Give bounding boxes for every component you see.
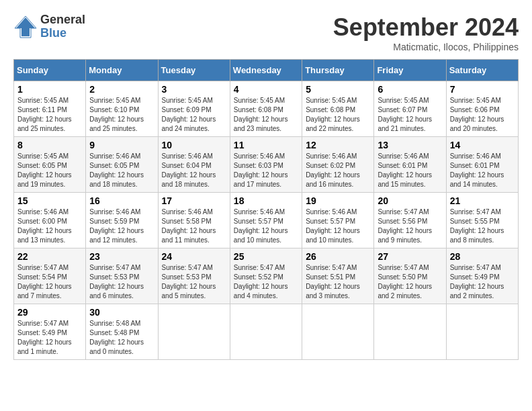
calendar-cell [374,304,446,360]
month-title: September 2024 [333,13,519,42]
calendar-cell: 30Sunrise: 5:48 AM Sunset: 5:48 PM Dayli… [86,304,158,360]
day-info: Sunrise: 5:47 AM Sunset: 5:49 PM Dayligh… [17,319,82,357]
header-thursday: Thursday [302,60,374,81]
day-number: 1 [17,84,82,95]
day-info: Sunrise: 5:47 AM Sunset: 5:50 PM Dayligh… [378,263,442,301]
calendar-cell: 25Sunrise: 5:47 AM Sunset: 5:52 PM Dayli… [230,248,302,304]
day-info: Sunrise: 5:45 AM Sunset: 6:08 PM Dayligh… [306,96,370,134]
day-number: 16 [89,195,154,206]
calendar-cell: 28Sunrise: 5:47 AM Sunset: 5:49 PM Dayli… [446,248,518,304]
day-info: Sunrise: 5:47 AM Sunset: 5:49 PM Dayligh… [450,263,515,301]
day-number: 28 [450,251,515,262]
calendar-header: SundayMondayTuesdayWednesdayThursdayFrid… [14,60,519,81]
calendar-cell: 7Sunrise: 5:45 AM Sunset: 6:06 PM Daylig… [446,81,518,137]
day-info: Sunrise: 5:47 AM Sunset: 5:54 PM Dayligh… [17,263,82,301]
day-info: Sunrise: 5:45 AM Sunset: 6:05 PM Dayligh… [17,152,82,189]
svg-marker-0 [16,17,35,36]
day-info: Sunrise: 5:45 AM Sunset: 6:06 PM Dayligh… [450,96,515,134]
day-info: Sunrise: 5:47 AM Sunset: 5:55 PM Dayligh… [450,208,515,245]
day-number: 21 [450,195,515,206]
day-info: Sunrise: 5:46 AM Sunset: 5:57 PM Dayligh… [234,208,298,245]
day-number: 26 [306,251,370,262]
day-number: 4 [234,84,298,95]
calendar-cell: 14Sunrise: 5:46 AM Sunset: 6:01 PM Dayli… [446,137,518,193]
day-info: Sunrise: 5:46 AM Sunset: 5:58 PM Dayligh… [162,208,226,245]
logo: GeneralBlue [13,13,85,40]
calendar-cell: 10Sunrise: 5:46 AM Sunset: 6:04 PM Dayli… [158,137,230,193]
day-number: 12 [306,140,370,150]
day-info: Sunrise: 5:46 AM Sunset: 6:03 PM Dayligh… [234,152,298,189]
calendar-week-1: 1Sunrise: 5:45 AM Sunset: 6:11 PM Daylig… [14,81,519,137]
calendar-cell [230,304,302,360]
day-number: 29 [17,307,82,318]
calendar-cell: 20Sunrise: 5:47 AM Sunset: 5:56 PM Dayli… [374,193,446,248]
calendar-cell: 27Sunrise: 5:47 AM Sunset: 5:50 PM Dayli… [374,248,446,304]
header-wednesday: Wednesday [230,60,302,81]
day-number: 15 [17,195,82,206]
calendar-table: SundayMondayTuesdayWednesdayThursdayFrid… [13,59,519,360]
header-monday: Monday [86,60,158,81]
calendar-cell: 19Sunrise: 5:46 AM Sunset: 5:57 PM Dayli… [302,193,374,248]
calendar-cell: 21Sunrise: 5:47 AM Sunset: 5:55 PM Dayli… [446,193,518,248]
day-number: 9 [89,140,154,150]
calendar-cell [446,304,518,360]
calendar-cell: 1Sunrise: 5:45 AM Sunset: 6:11 PM Daylig… [14,81,86,137]
calendar-week-3: 15Sunrise: 5:46 AM Sunset: 6:00 PM Dayli… [14,193,519,248]
day-info: Sunrise: 5:48 AM Sunset: 5:48 PM Dayligh… [89,319,154,357]
day-info: Sunrise: 5:46 AM Sunset: 6:01 PM Dayligh… [378,152,442,189]
day-number: 25 [234,251,298,262]
header-saturday: Saturday [446,60,518,81]
calendar-cell: 12Sunrise: 5:46 AM Sunset: 6:02 PM Dayli… [302,137,374,193]
location: Maticmatic, Ilocos, Philippines [333,42,519,52]
calendar-cell: 23Sunrise: 5:47 AM Sunset: 5:53 PM Dayli… [86,248,158,304]
day-info: Sunrise: 5:47 AM Sunset: 5:56 PM Dayligh… [378,208,442,245]
day-number: 13 [378,140,442,150]
calendar-week-4: 22Sunrise: 5:47 AM Sunset: 5:54 PM Dayli… [14,248,519,304]
day-number: 3 [162,84,226,95]
calendar-cell: 13Sunrise: 5:46 AM Sunset: 6:01 PM Dayli… [374,137,446,193]
day-number: 10 [162,140,226,150]
calendar-week-2: 8Sunrise: 5:45 AM Sunset: 6:05 PM Daylig… [14,137,519,193]
day-number: 18 [234,195,298,206]
logo-icon [13,15,38,39]
day-info: Sunrise: 5:45 AM Sunset: 6:10 PM Dayligh… [89,96,154,134]
day-info: Sunrise: 5:47 AM Sunset: 5:53 PM Dayligh… [162,263,226,301]
day-number: 14 [450,140,515,150]
day-info: Sunrise: 5:45 AM Sunset: 6:07 PM Dayligh… [378,96,442,134]
day-number: 19 [306,195,370,206]
day-info: Sunrise: 5:46 AM Sunset: 6:04 PM Dayligh… [162,152,226,189]
calendar-cell [158,304,230,360]
day-info: Sunrise: 5:46 AM Sunset: 6:01 PM Dayligh… [450,152,515,189]
day-number: 22 [17,251,82,262]
day-number: 27 [378,251,442,262]
calendar-cell: 29Sunrise: 5:47 AM Sunset: 5:49 PM Dayli… [14,304,86,360]
day-info: Sunrise: 5:47 AM Sunset: 5:51 PM Dayligh… [306,263,370,301]
day-number: 20 [378,195,442,206]
day-number: 23 [89,251,154,262]
day-info: Sunrise: 5:46 AM Sunset: 5:57 PM Dayligh… [306,208,370,245]
day-number: 30 [89,307,154,318]
day-info: Sunrise: 5:46 AM Sunset: 6:05 PM Dayligh… [89,152,154,189]
day-number: 7 [450,84,515,95]
title-area: September 2024 Maticmatic, Ilocos, Phili… [333,13,519,52]
logo-text: GeneralBlue [40,13,85,40]
calendar-cell: 17Sunrise: 5:46 AM Sunset: 5:58 PM Dayli… [158,193,230,248]
header-row: SundayMondayTuesdayWednesdayThursdayFrid… [14,60,519,81]
day-info: Sunrise: 5:45 AM Sunset: 6:09 PM Dayligh… [162,96,226,134]
page-header: GeneralBlue September 2024 Maticmatic, I… [13,13,519,52]
day-info: Sunrise: 5:47 AM Sunset: 5:53 PM Dayligh… [89,263,154,301]
day-number: 6 [378,84,442,95]
calendar-cell: 3Sunrise: 5:45 AM Sunset: 6:09 PM Daylig… [158,81,230,137]
calendar-cell: 2Sunrise: 5:45 AM Sunset: 6:10 PM Daylig… [86,81,158,137]
header-sunday: Sunday [14,60,86,81]
calendar-cell: 8Sunrise: 5:45 AM Sunset: 6:05 PM Daylig… [14,137,86,193]
day-number: 24 [162,251,226,262]
day-number: 5 [306,84,370,95]
calendar-cell: 9Sunrise: 5:46 AM Sunset: 6:05 PM Daylig… [86,137,158,193]
calendar-cell: 18Sunrise: 5:46 AM Sunset: 5:57 PM Dayli… [230,193,302,248]
calendar-cell: 4Sunrise: 5:45 AM Sunset: 6:08 PM Daylig… [230,81,302,137]
calendar-cell: 26Sunrise: 5:47 AM Sunset: 5:51 PM Dayli… [302,248,374,304]
calendar-cell: 22Sunrise: 5:47 AM Sunset: 5:54 PM Dayli… [14,248,86,304]
calendar-cell [302,304,374,360]
calendar-cell: 6Sunrise: 5:45 AM Sunset: 6:07 PM Daylig… [374,81,446,137]
